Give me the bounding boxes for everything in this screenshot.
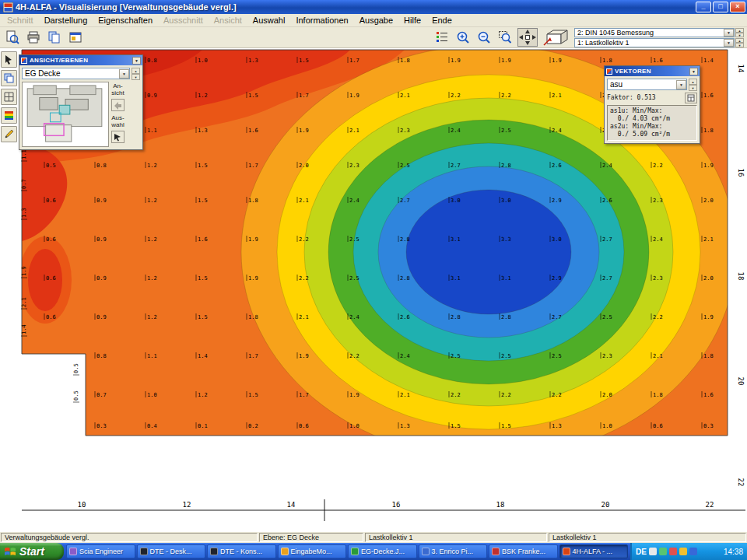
apply-view-button[interactable]: [111, 99, 124, 111]
task-button[interactable]: EG-Decke.J...: [348, 544, 417, 558]
chevron-down-icon[interactable]: ▼: [119, 69, 129, 79]
copy-view-icon[interactable]: [44, 28, 64, 47]
maximize-button[interactable]: □: [713, 2, 728, 12]
menu-item-eigenschaften[interactable]: Eigenschaften: [93, 15, 158, 26]
svg-text:20: 20: [601, 501, 610, 509]
task-button[interactable]: DTE - Desk...: [137, 544, 206, 558]
selection-button[interactable]: [111, 131, 124, 143]
design-select[interactable]: 2: DIN 1045 Bemessung ▼: [574, 28, 735, 37]
svg-text:0.5: 0.5: [46, 163, 56, 169]
color-scale-icon[interactable]: [1, 107, 17, 124]
panel-collapse-icon[interactable]: ▼: [132, 57, 141, 65]
print-preview-icon[interactable]: [2, 28, 22, 47]
zoom-out-icon[interactable]: [474, 28, 493, 47]
panel-collapse-icon[interactable]: ▼: [689, 68, 698, 75]
svg-text:2.3: 2.3: [653, 198, 663, 204]
svg-text:1.3: 1.3: [248, 58, 258, 64]
pointer-icon[interactable]: [1, 51, 17, 68]
menu-item-ausschnitt[interactable]: Ausschnitt: [158, 15, 209, 26]
svg-text:1.8: 1.8: [248, 314, 258, 320]
layers-icon[interactable]: [1, 70, 17, 86]
svg-text:2.4: 2.4: [552, 128, 562, 134]
level-select-value: EG Decke: [25, 69, 61, 78]
task-button[interactable]: BSK Franke...: [489, 544, 558, 558]
level-select[interactable]: EG Decke ▼: [22, 68, 130, 79]
task-button[interactable]: Scia Engineer: [66, 544, 135, 558]
chevron-down-icon[interactable]: ▼: [676, 80, 686, 89]
panel-icon: [21, 58, 27, 64]
svg-text:0.8: 0.8: [147, 58, 157, 64]
ansicht-panel-titlebar[interactable]: ANSICHT/EBENEN ▼: [19, 55, 142, 65]
svg-text:0.1: 0.1: [198, 423, 208, 429]
recalc-factor-button[interactable]: [685, 93, 697, 103]
menu-item-ansicht[interactable]: Ansicht: [209, 15, 247, 26]
panel-icon: [606, 68, 612, 75]
task-app-icon: [563, 548, 570, 555]
quantity-select-value: asu: [610, 80, 622, 89]
svg-text:2.5: 2.5: [451, 353, 461, 359]
loadcase-select[interactable]: 1: Lastkollektiv 1 ▼: [574, 38, 735, 47]
volume-icon[interactable]: [649, 548, 657, 555]
svg-text:3.1: 3.1: [501, 275, 511, 282]
mesh-icon[interactable]: [1, 89, 17, 105]
svg-text:2.1: 2.1: [299, 314, 309, 320]
toolbar-selects: 2: DIN 1045 Bemessung ▼ ▲ ▼ 1: Lastkolle…: [574, 28, 744, 47]
menu-item-hilfe[interactable]: Hilfe: [398, 15, 426, 26]
clock: 14:38: [724, 548, 743, 556]
print-icon[interactable]: [23, 28, 43, 47]
menu-item-auswahl[interactable]: Auswahl: [247, 15, 291, 26]
chevron-down-icon[interactable]: ▼: [724, 39, 734, 47]
svg-text:2.3: 2.3: [400, 128, 410, 134]
svg-text:1.6: 1.6: [703, 93, 714, 99]
floor-plan-thumbnail[interactable]: [22, 82, 109, 147]
zoom-window-icon[interactable]: [495, 28, 514, 47]
menu-item-schnitt[interactable]: Schnitt: [2, 15, 39, 26]
spin-down-icon[interactable]: ▼: [689, 85, 697, 91]
shield-icon[interactable]: [659, 548, 667, 555]
title-bar[interactable]: 4H-ALFA - Visualisierung [Verwaltungsgeb…: [0, 0, 747, 14]
svg-text:2.1: 2.1: [21, 297, 27, 307]
menu-item-darstellung[interactable]: Darstellung: [39, 15, 93, 26]
task-button[interactable]: 4H-ALFA - ...: [559, 544, 629, 558]
start-button[interactable]: Start: [0, 543, 64, 560]
task-button[interactable]: EingabeMo...: [278, 544, 347, 558]
quantity-select[interactable]: asu ▼: [607, 79, 687, 90]
spin-down-icon[interactable]: ▼: [735, 33, 744, 37]
task-label: 4H-ALFA - ...: [573, 548, 613, 555]
svg-text:2.5: 2.5: [602, 314, 612, 320]
view-3d-icon[interactable]: [541, 27, 573, 47]
quantity-spinner[interactable]: ▲ ▼: [689, 79, 697, 91]
design-spinner[interactable]: ▲ ▼: [735, 28, 744, 37]
menu-item-informationen[interactable]: Informationen: [290, 15, 353, 26]
zoom-in-icon[interactable]: [453, 28, 472, 47]
task-label: DTE - Kons...: [220, 548, 262, 555]
svg-text:1.8: 1.8: [703, 353, 714, 359]
pen-icon[interactable]: [1, 126, 17, 142]
spin-down-icon[interactable]: ▼: [735, 43, 744, 47]
svg-text:0.6: 0.6: [653, 423, 663, 429]
spin-up-icon[interactable]: ▲: [689, 79, 697, 85]
status-loadcase: Lastkollektiv 1: [365, 533, 547, 542]
task-button[interactable]: 3. Enrico Pi...: [419, 544, 488, 558]
level-spinner[interactable]: ▲ ▼: [132, 68, 140, 80]
spin-up-icon[interactable]: ▲: [132, 68, 140, 74]
svg-text:1.9: 1.9: [299, 353, 309, 359]
task-button[interactable]: DTE - Kons...: [207, 544, 276, 558]
pan-icon[interactable]: [516, 27, 539, 47]
update-icon[interactable]: [679, 548, 687, 555]
language-indicator[interactable]: DE: [636, 548, 647, 556]
legend-icon[interactable]: [432, 28, 451, 47]
vektoren-panel-titlebar[interactable]: VEKTOREN ▼: [605, 66, 700, 76]
chevron-down-icon[interactable]: ▼: [724, 29, 734, 37]
menu-item-ausgabe[interactable]: Ausgabe: [354, 15, 398, 26]
spin-down-icon[interactable]: ▼: [132, 74, 140, 80]
faktor-value: Faktor: 0.513: [607, 94, 683, 102]
antivirus-icon[interactable]: [669, 548, 677, 555]
minimize-button[interactable]: _: [696, 2, 711, 12]
svg-text:1.9: 1.9: [501, 58, 511, 64]
loadcase-spinner[interactable]: ▲ ▼: [735, 38, 744, 47]
window-view-icon[interactable]: [65, 28, 85, 47]
menu-item-ende[interactable]: Ende: [426, 15, 458, 26]
network-icon[interactable]: [689, 548, 697, 555]
close-button[interactable]: ×: [730, 2, 745, 12]
